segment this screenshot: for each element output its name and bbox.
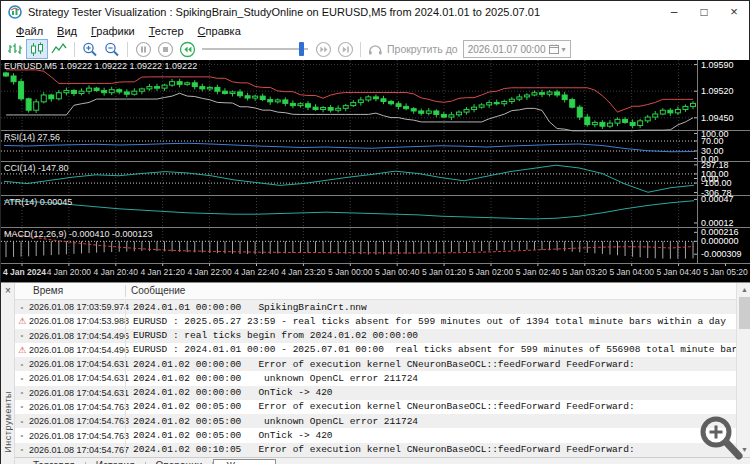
log-row[interactable]: • 2026.01.08 17:04:54.631 2024.01.02 00:… (15, 386, 736, 400)
svg-text:MACD(12,26,9) -0.000410 -0.000: MACD(12,26,9) -0.000410 -0.000123 (4, 229, 153, 239)
log-column-message[interactable]: Сообщение (131, 285, 185, 296)
svg-text:EURUSD,M5 1.09222 1.09222 1.09: EURUSD,M5 1.09222 1.09222 1.09222 1.0922… (4, 61, 197, 71)
scroll-to-date-input[interactable]: 2026.01.07 00:00 ▾ (463, 40, 571, 58)
log-row-message: 2024.01.02 00:10:05 Error of execution k… (133, 444, 635, 455)
log-column-time[interactable]: Время (33, 285, 63, 296)
svg-text:ATR(14) 0.00045: ATR(14) 0.00045 (4, 197, 72, 207)
toolbox-vertical-tab[interactable]: Инструменты (1, 383, 15, 461)
svg-text:1.09520: 1.09520 (701, 86, 734, 96)
log-row-message: 2024.01.01 00:00:00 SpikingBrainCrt.nnw (133, 302, 367, 313)
log-row[interactable]: • 2026.01.08 17:03:59.974 2024.01.01 00:… (15, 300, 736, 314)
tab-2[interactable]: История (86, 458, 145, 464)
close-button[interactable]: × (719, 1, 749, 23)
log-row[interactable]: • 2026.01.08 17:04:54.631 2024.01.02 00:… (15, 357, 736, 371)
dropdown-caret-icon[interactable]: ▾ (562, 45, 566, 54)
log-row-column-divider (125, 314, 126, 328)
minimize-button[interactable]: – (659, 1, 689, 23)
info-dot-icon: • (15, 374, 29, 383)
speed-slider-track[interactable] (202, 48, 308, 50)
log-column-divider[interactable] (125, 285, 126, 297)
line-chart-icon (51, 42, 67, 56)
log-row-time: 2026.01.08 17:03:59.974 (29, 302, 123, 312)
line-chart-button[interactable] (48, 39, 70, 59)
svg-text:5 Jan 04:00: 5 Jan 04:00 (609, 267, 654, 277)
bars-chart-icon (7, 42, 23, 56)
scrollbar-thumb[interactable] (739, 297, 750, 329)
fast-rewind-icon (179, 41, 196, 58)
svg-text:RSI(14) 27.56: RSI(14) 27.56 (4, 132, 60, 142)
log-row[interactable]: • 2026.01.08 17:04:54.763 2024.01.02 00:… (15, 428, 736, 442)
log-row[interactable]: ⚠ 2026.01.08 17:04:53.988 EURUSD : 2025.… (15, 314, 736, 328)
speed-slider[interactable] (202, 42, 308, 56)
log-row-message: 2024.01.02 00:00:00 Error of execution k… (133, 359, 635, 370)
svg-text:-0.000309: -0.000309 (701, 249, 742, 259)
log-row-message: EURUSD : real ticks begin from 2024.01.0… (133, 330, 418, 341)
log-row-message: 2024.01.02 00:05:00 unknown OpenCL error… (133, 416, 418, 427)
window-title: Strategy Tester Visualization : SpikingB… (28, 6, 540, 18)
log-header: Время Сообщение (15, 283, 736, 300)
log-row-time: 2026.01.08 17:04:54.631 (29, 359, 123, 369)
log-row[interactable]: • 2026.01.08 17:04:54.767 2024.01.02 00:… (15, 443, 736, 457)
price-chart[interactable]: 1.095901.095201.09450100.0070.0030.000.0… (1, 60, 750, 282)
log-row-column-divider (125, 386, 126, 400)
toolbox-close-icon[interactable]: × (1, 285, 15, 297)
chart-canvas[interactable]: 1.095901.095201.09450100.0070.0030.000.0… (1, 60, 750, 282)
log-row-column-divider (125, 414, 126, 428)
maximize-button[interactable]: □ (689, 1, 719, 23)
zoom-in-icon (82, 42, 98, 57)
log-row[interactable]: ⚠ 2026.01.08 17:04:54.496 EURUSD : 2024.… (15, 343, 736, 357)
menu-charts[interactable]: Графики (84, 25, 142, 37)
info-dot-icon: • (15, 303, 29, 312)
info-dot-icon: • (15, 417, 29, 426)
candles-chart-button[interactable] (26, 39, 48, 59)
menu-tester[interactable]: Тестер (142, 25, 191, 37)
zoom-out-button[interactable] (101, 39, 123, 59)
calendar-icon (549, 44, 559, 54)
log-row[interactable]: • 2026.01.08 17:04:54.631 2024.01.02 00:… (15, 371, 736, 385)
tab-3[interactable]: Операции (146, 458, 213, 464)
fast-forward-button[interactable] (312, 39, 334, 59)
candles-chart-icon (29, 42, 45, 57)
pause-button[interactable] (132, 39, 154, 59)
tab-4[interactable]: Журнал (213, 459, 276, 464)
log-row[interactable]: • 2026.01.08 17:04:54.496 EURUSD : real … (15, 329, 736, 343)
log-row[interactable]: • 2026.01.08 17:04:54.763 2024.01.02 00:… (15, 400, 736, 414)
speed-slider-handle[interactable] (299, 42, 304, 56)
tab-1[interactable]: Торговля (23, 458, 85, 464)
log-row-column-divider (125, 343, 126, 357)
svg-text:4 Jan 20:00: 4 Jan 20:00 (47, 267, 92, 277)
scroll-to-icon (367, 42, 383, 56)
svg-text:4 Jan 22:00: 4 Jan 22:00 (187, 267, 232, 277)
fast-forward-icon (315, 41, 332, 58)
log-row-time: 2026.01.08 17:04:54.767 (29, 445, 123, 455)
info-dot-icon: • (15, 388, 29, 397)
log-row-time: 2026.01.08 17:04:54.496 (29, 331, 123, 341)
toolbar-separator (74, 42, 75, 57)
stop-button[interactable] (154, 39, 176, 59)
pause-icon (135, 41, 152, 58)
skip-to-end-button[interactable] (334, 39, 356, 59)
bars-chart-button[interactable] (4, 39, 26, 59)
menu-help[interactable]: Справка (191, 25, 248, 37)
menu-view[interactable]: Вид (50, 25, 84, 37)
svg-text:5 Jan 03:20: 5 Jan 03:20 (563, 267, 608, 277)
strategy-tester-window: Strategy Tester Visualization : SpikingB… (0, 0, 750, 464)
svg-text:5 Jan 02:00: 5 Jan 02:00 (469, 267, 514, 277)
log-row-time: 2026.01.08 17:04:54.763 (29, 402, 123, 412)
svg-text:4 Jan 21:20: 4 Jan 21:20 (140, 267, 185, 277)
toolbox-panel: × Инструменты Время Сообщение • 2026.01.… (1, 282, 750, 464)
fast-rewind-button[interactable] (176, 39, 198, 59)
scrollbar-up-icon[interactable]: ▲ (737, 284, 750, 296)
log-row-column-divider (125, 357, 126, 371)
svg-text:1.09450: 1.09450 (701, 113, 734, 123)
menu-file[interactable]: Файл (9, 25, 50, 37)
menu-bar: Файл Вид Графики Тестер Справка (1, 23, 749, 38)
info-dot-icon: • (15, 331, 29, 340)
scroll-to-button[interactable]: Прокрутить до (367, 42, 458, 56)
zoom-in-button[interactable] (79, 39, 101, 59)
toolbar-separator (127, 42, 128, 57)
log-row-message: 2024.01.02 00:00:00 unknown OpenCL error… (133, 373, 418, 384)
log-row-message: 2024.01.02 00:05:00 OnTick -> 420 (133, 430, 333, 441)
log-row[interactable]: • 2026.01.08 17:04:54.763 2024.01.02 00:… (15, 414, 736, 428)
svg-text:0.00047: 0.00047 (701, 194, 734, 204)
